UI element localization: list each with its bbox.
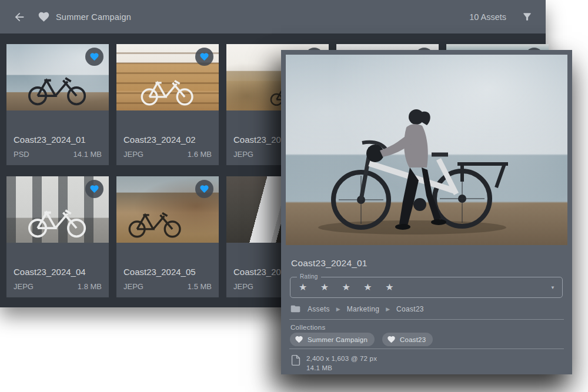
asset-thumbnail [116, 176, 219, 243]
heart-icon [89, 52, 99, 62]
chevron-right-icon: ▶ [336, 306, 340, 312]
bike-silhouette-icon [135, 72, 200, 107]
favorite-badge[interactable] [85, 48, 103, 66]
divider [289, 349, 564, 349]
asset-preview-image [286, 55, 567, 245]
asset-filetype: JEPG [233, 282, 253, 291]
folder-icon [290, 304, 300, 313]
bike-silhouette-icon [22, 200, 93, 239]
asset-filetype: JEPG [123, 150, 143, 159]
screenshot-stage: Summer Campaign 10 Assets Coast23_2 [0, 0, 588, 392]
asset-card[interactable]: Coast23_2024_05 JEPG 1.5 MB [116, 176, 219, 297]
divider [289, 319, 564, 320]
asset-filetype: JEPG [14, 282, 34, 291]
asset-thumbnail [116, 44, 219, 110]
filter-button[interactable] [522, 11, 533, 22]
heart-icon [89, 184, 99, 194]
rating-stars[interactable]: ★ ★ ★ ★ ★ [299, 282, 399, 293]
heart-icon [295, 335, 303, 344]
asset-count: 10 Assets [469, 12, 506, 22]
asset-name: Coast23_2024_05 [123, 267, 212, 277]
chip-label: Coast23 [400, 336, 426, 343]
breadcrumb-item-coast23[interactable]: Coast23 [396, 305, 424, 313]
arrow-left-icon [13, 11, 26, 24]
asset-card[interactable]: Coast23_2024_04 JEPG 1.8 MB [6, 176, 109, 297]
favorite-badge[interactable] [195, 48, 213, 66]
asset-card[interactable]: Coast23_2024_02 JEPG 1.6 MB [116, 44, 219, 165]
asset-card-info: Coast23_2024_02 JEPG 1.6 MB [116, 110, 219, 165]
asset-thumbnail [6, 44, 109, 110]
bike-silhouette-icon [123, 204, 188, 239]
heart-icon [38, 11, 50, 23]
favorite-badge[interactable] [85, 180, 103, 198]
asset-card-info: Coast23_2024_01 PSD 14.1 MB [6, 110, 109, 165]
chevron-right-icon: ▶ [386, 306, 390, 312]
file-document-icon [291, 354, 300, 373]
asset-card-info: Coast23_2024_04 JEPG 1.8 MB [6, 243, 109, 297]
chip-label: Summer Campaign [308, 336, 368, 343]
detail-asset-name: Coast23_2024_01 [291, 258, 368, 269]
collection-chip-coast23[interactable]: Coast23 [382, 333, 433, 346]
asset-detail-panel: Coast23_2024_01 Rating ★ ★ ★ ★ ★ ▼ Asset… [281, 50, 572, 374]
favorite-badge[interactable] [195, 180, 213, 198]
asset-filesize: 1.5 MB [188, 282, 212, 291]
asset-filesize: 1.6 MB [188, 150, 212, 159]
asset-filesize: 1.8 MB [78, 282, 102, 291]
asset-name: Coast23_2024_01 [14, 135, 102, 145]
file-size: 14.1 MB [306, 363, 377, 373]
collection-chip-summer-campaign[interactable]: Summer Campaign [290, 333, 375, 346]
bike-scene-illustration [286, 55, 567, 245]
collection-favorite-toggle[interactable] [38, 11, 50, 23]
bike-silhouette-icon [22, 68, 93, 107]
asset-filetype: JEPG [123, 282, 143, 291]
chevron-down-icon: ▼ [550, 285, 555, 290]
breadcrumb-item-assets[interactable]: Assets [308, 305, 330, 313]
heart-icon [199, 52, 209, 62]
filter-funnel-icon [522, 11, 533, 22]
asset-filetype: PSD [14, 150, 29, 159]
back-button[interactable] [13, 11, 26, 24]
asset-card[interactable]: Coast23_2024_01 PSD 14.1 MB [6, 44, 109, 165]
collection-title: Summer Campaign [56, 12, 131, 22]
collection-chips: Summer Campaign Coast23 [290, 333, 433, 346]
heart-icon [199, 184, 209, 194]
heart-icon [387, 335, 396, 344]
asset-thumbnail [6, 176, 109, 243]
rating-field-label: Rating [297, 273, 321, 280]
file-info: 2,400 x 1,603 @ 72 px 14.1 MB [291, 354, 377, 373]
rating-dropdown[interactable]: Rating ★ ★ ★ ★ ★ ▼ [290, 277, 563, 298]
file-dimensions: 2,400 x 1,603 @ 72 px [306, 354, 377, 363]
asset-name: Coast23_2024_02 [123, 135, 212, 145]
collections-section-label: Collections [290, 324, 326, 331]
asset-card-info: Coast23_2024_05 JEPG 1.5 MB [116, 243, 219, 297]
collection-topbar: Summer Campaign 10 Assets [0, 0, 546, 33]
asset-filetype: JEPG [233, 150, 253, 159]
asset-name: Coast23_2024_04 [14, 267, 102, 277]
breadcrumb: Assets ▶ Marketing ▶ Coast23 [290, 304, 424, 313]
breadcrumb-item-marketing[interactable]: Marketing [347, 305, 379, 313]
asset-filesize: 14.1 MB [74, 150, 102, 159]
